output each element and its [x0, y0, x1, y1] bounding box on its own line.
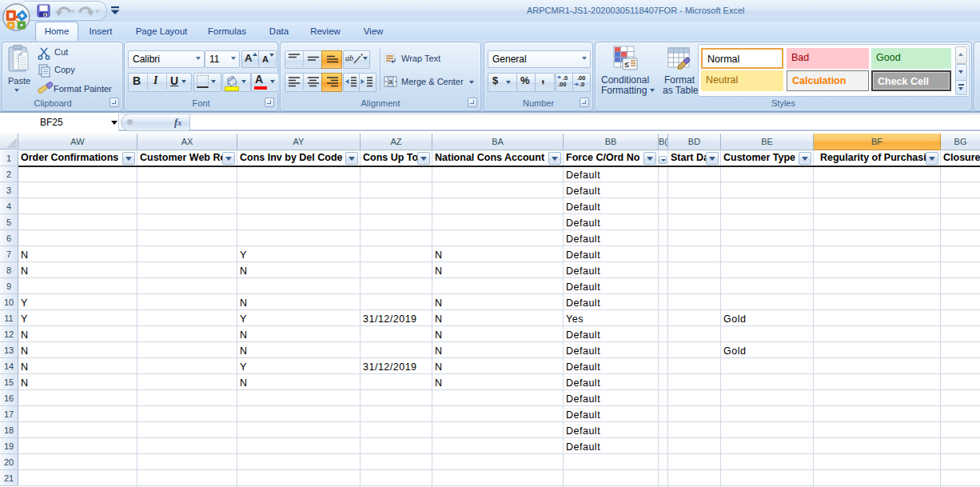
- svg-text:.00: .00: [558, 81, 566, 88]
- svg-text:≤: ≤: [625, 60, 630, 69]
- svg-text:.0: .0: [580, 81, 584, 88]
- svg-text:a: a: [388, 78, 392, 86]
- svg-text:ab: ab: [345, 54, 353, 62]
